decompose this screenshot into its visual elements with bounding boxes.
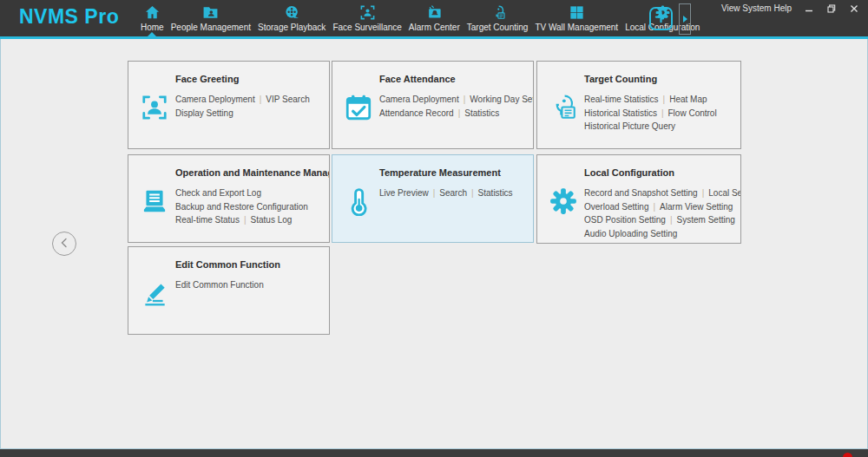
card-link-system-setting[interactable]: System Setting xyxy=(677,215,735,225)
nav-item-label: Home xyxy=(141,23,164,32)
card-link-osd-position-setting[interactable]: OSD Position Setting xyxy=(584,215,666,225)
card-body: Face GreetingCamera Deployment|VIP Searc… xyxy=(175,74,326,120)
link-separator: | xyxy=(654,202,656,212)
close-button[interactable] xyxy=(849,4,859,13)
link-separator: | xyxy=(458,108,461,118)
nav-item-storage-playback[interactable]: Storage Playback xyxy=(254,1,329,36)
card-link-statistics[interactable]: Statistics xyxy=(464,108,499,118)
card-link-statistics[interactable]: Statistics xyxy=(478,188,513,198)
app-logo: NVMS Pro xyxy=(19,5,119,29)
card-link-heat-map[interactable]: Heat Map xyxy=(669,95,707,104)
link-separator: | xyxy=(702,188,705,198)
card-link-check-and-export-log[interactable]: Check and Export Log xyxy=(175,188,261,198)
nav-item-label: Face Surveillance xyxy=(332,23,401,32)
chevron-right-icon xyxy=(683,16,687,23)
card-link-overload-setting[interactable]: Overload Setting xyxy=(584,202,649,212)
add-tab-button[interactable] xyxy=(649,7,673,30)
card-link-line: Live Preview|Search|Statistics xyxy=(379,186,529,200)
card-title: Face Greeting xyxy=(175,74,326,84)
alarm-center-icon xyxy=(426,4,443,21)
card-link-flow-control[interactable]: Flow Control xyxy=(668,108,717,118)
home-content: Face GreetingCamera Deployment|VIP Searc… xyxy=(0,39,868,449)
card-link-historical-statistics[interactable]: Historical Statistics xyxy=(584,108,657,118)
card-link-real-time-statistics[interactable]: Real-time Statistics xyxy=(584,95,659,104)
card-title: Edit Common Function xyxy=(175,259,326,270)
card-link-display-setting[interactable]: Display Setting xyxy=(175,108,233,118)
alarm-indicator-dot xyxy=(843,453,852,457)
people-management-icon xyxy=(202,4,219,21)
card-title: Target Counting xyxy=(584,74,737,84)
card-link-line: Audio Uploading Setting xyxy=(584,227,737,241)
card-link-audio-uploading-setting[interactable]: Audio Uploading Setting xyxy=(584,229,677,238)
edit-common-function-icon xyxy=(140,278,169,308)
target-counting-card-icon xyxy=(549,93,578,122)
card-operation-and-maintenance-management: Operation and Maintenance ManagementChec… xyxy=(128,154,330,243)
card-link-line: Camera Deployment|Working Day Setting xyxy=(379,93,529,107)
card-link-search[interactable]: Search xyxy=(439,188,467,198)
link-separator: | xyxy=(663,95,666,104)
card-link-local-setting[interactable]: Local Setting xyxy=(708,188,741,198)
card-target-counting: Target CountingReal-time Statistics|Heat… xyxy=(536,61,741,149)
card-temperature-measurement: Temperature MeasurementLive Preview|Sear… xyxy=(332,154,534,243)
card-link-vip-search[interactable]: VIP Search xyxy=(266,95,309,104)
chevron-left-icon xyxy=(59,236,69,251)
card-link-camera-deployment[interactable]: Camera Deployment xyxy=(175,95,255,104)
nav-item-label: Storage Playback xyxy=(258,23,326,32)
card-link-status-log[interactable]: Status Log xyxy=(251,215,293,225)
card-link-historical-picture-query[interactable]: Historical Picture Query xyxy=(584,121,675,131)
minimize-button[interactable] xyxy=(804,4,814,13)
card-title: Local Configuration xyxy=(584,167,737,178)
storage-playback-icon xyxy=(284,4,300,21)
card-link-camera-deployment[interactable]: Camera Deployment xyxy=(379,95,459,104)
card-link-alarm-view-setting[interactable]: Alarm View Setting xyxy=(660,202,733,212)
card-link-line: Real-time Status|Status Log xyxy=(175,213,326,227)
card-link-backup-and-restore-configuration[interactable]: Backup and Restore Configuration xyxy=(175,202,308,212)
nav-item-home[interactable]: Home xyxy=(137,1,168,36)
plus-icon xyxy=(654,10,667,27)
card-link-line: Historical Picture Query xyxy=(584,120,737,134)
link-separator: | xyxy=(464,95,466,104)
card-link-real-time-status[interactable]: Real-time Status xyxy=(175,215,240,225)
card-link-line: Edit Common Function xyxy=(175,278,326,292)
tv-wall-icon xyxy=(569,4,585,21)
card-link-live-preview[interactable]: Live Preview xyxy=(379,188,429,198)
restore-button[interactable] xyxy=(826,4,837,13)
home-icon xyxy=(144,4,161,21)
nav-item-alarm-center[interactable]: Alarm Center xyxy=(405,1,464,36)
card-link-record-and-snapshot-setting[interactable]: Record and Snapshot Setting xyxy=(584,188,698,198)
view-system-help[interactable]: View System Help xyxy=(721,3,792,13)
card-link-line: OSD Position Setting|System Setting xyxy=(584,213,737,227)
card-link-attendance-record[interactable]: Attendance Record xyxy=(379,108,454,118)
target-counting-icon xyxy=(490,4,506,21)
nav-item-label: Target Counting xyxy=(467,23,529,32)
card-face-attendance: Face AttendanceCamera Deployment|Working… xyxy=(332,61,534,149)
card-link-line: Real-time Statistics|Heat Map xyxy=(584,93,737,107)
titlebar: NVMS Pro HomePeople ManagementStorage Pl… xyxy=(0,0,868,36)
nav-item-label: Alarm Center xyxy=(409,23,460,32)
local-configuration-card-icon xyxy=(549,186,578,216)
card-link-line: Display Setting xyxy=(175,107,326,121)
main-nav: HomePeople ManagementStorage PlaybackFac… xyxy=(137,0,679,36)
accent-divider xyxy=(0,36,868,39)
card-link-line: Attendance Record|Statistics xyxy=(379,107,529,121)
card-link-line: Backup and Restore Configuration xyxy=(175,200,326,214)
temperature-icon xyxy=(344,186,373,216)
link-separator: | xyxy=(260,95,262,104)
card-body: Local ConfigurationRecord and Snapshot S… xyxy=(584,167,737,240)
nav-item-tv-wall-management[interactable]: TV Wall Management xyxy=(531,1,621,36)
card-edit-common-function: Edit Common FunctionEdit Common Function xyxy=(128,246,330,335)
panel-toggle-button[interactable] xyxy=(679,3,691,35)
card-link-line: Historical Statistics|Flow Control xyxy=(584,107,737,121)
nav-item-face-surveillance[interactable]: Face Surveillance xyxy=(329,1,404,36)
previous-page-button[interactable] xyxy=(52,232,76,256)
card-title: Operation and Maintenance Management xyxy=(175,167,326,178)
link-separator: | xyxy=(661,108,664,118)
card-link-working-day-setting[interactable]: Working Day Setting xyxy=(470,95,534,104)
nav-item-people-management[interactable]: People Management xyxy=(168,1,254,36)
card-local-configuration: Local ConfigurationRecord and Snapshot S… xyxy=(536,154,741,244)
face-surveillance-icon xyxy=(359,4,376,21)
card-body: Operation and Maintenance ManagementChec… xyxy=(175,167,326,227)
card-link-edit-common-function[interactable]: Edit Common Function xyxy=(175,280,264,290)
nav-item-target-counting[interactable]: Target Counting xyxy=(464,1,532,36)
card-body: Edit Common FunctionEdit Common Function xyxy=(175,259,326,292)
